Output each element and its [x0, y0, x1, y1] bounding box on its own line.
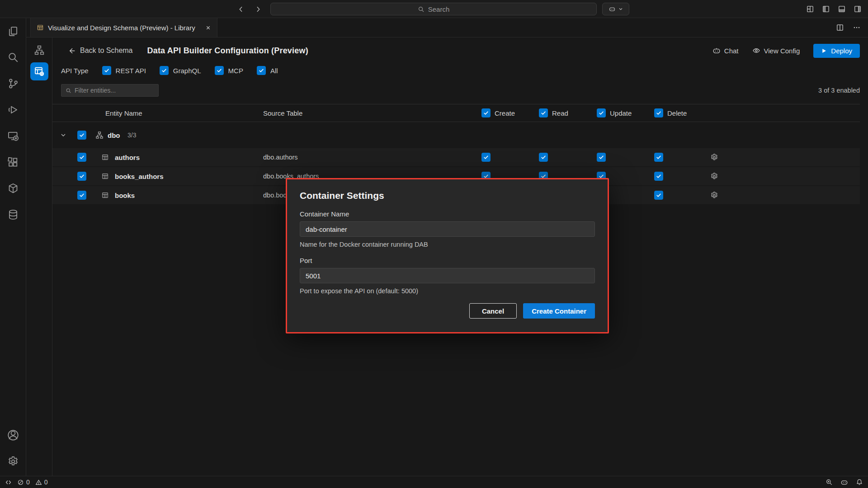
- modal-title: Container Settings: [300, 190, 595, 201]
- dab-configuration-icon[interactable]: [30, 62, 48, 80]
- chat-label: Chat: [724, 47, 739, 55]
- create-checkbox[interactable]: [481, 153, 491, 162]
- all-checkbox[interactable]: [257, 66, 266, 75]
- remote-explorer-icon[interactable]: [2, 125, 24, 147]
- back-to-schema-link[interactable]: Back to Schema: [68, 47, 133, 55]
- filter-entities-field[interactable]: [61, 84, 159, 97]
- row-checkbox[interactable]: [77, 153, 86, 162]
- extensions-icon[interactable]: [2, 151, 24, 173]
- update-all-checkbox[interactable]: [597, 108, 606, 117]
- play-icon: [821, 48, 827, 54]
- column-create: Create: [495, 109, 515, 117]
- status-bar-right: [826, 479, 863, 486]
- delete-checkbox[interactable]: [654, 191, 663, 200]
- settings-gear-icon[interactable]: [2, 450, 24, 472]
- source-control-icon[interactable]: [2, 73, 24, 94]
- copilot-icon: [609, 5, 616, 13]
- api-type-rest-option[interactable]: REST API: [102, 66, 146, 75]
- container-name-help: Name for the Docker container running DA…: [300, 241, 595, 248]
- create-container-button[interactable]: Create Container: [523, 303, 595, 319]
- account-icon[interactable]: [2, 424, 24, 446]
- customize-layout-icon[interactable]: [806, 5, 814, 13]
- group-name: dbo: [108, 131, 120, 139]
- warning-icon: [35, 479, 42, 486]
- arrow-left-icon: [68, 47, 76, 55]
- chat-icon: [712, 47, 721, 55]
- search-placeholder: Search: [428, 5, 450, 13]
- split-editor-icon[interactable]: [836, 23, 844, 32]
- read-checkbox[interactable]: [539, 153, 548, 162]
- api-type-filter-row: API Type REST API GraphQL MCP All: [61, 63, 278, 78]
- api-type-all-option[interactable]: All: [257, 66, 278, 75]
- deploy-button[interactable]: Deploy: [813, 44, 860, 58]
- titlebar: Search: [0, 0, 868, 18]
- api-type-mcp-option[interactable]: MCP: [215, 66, 243, 75]
- delete-checkbox[interactable]: [654, 153, 663, 162]
- all-label: All: [270, 67, 278, 75]
- schema-group-row-dbo[interactable]: dbo 3/3: [52, 126, 860, 145]
- group-dbo-checkbox[interactable]: [77, 131, 86, 140]
- tab-label: Visualize and Design Schema (Preview) - …: [48, 24, 195, 32]
- chevron-down-icon: [618, 6, 623, 12]
- bell-icon[interactable]: [856, 479, 863, 486]
- run-debug-icon[interactable]: [2, 99, 24, 121]
- command-center-search[interactable]: Search: [270, 3, 597, 15]
- delete-all-checkbox[interactable]: [654, 108, 663, 117]
- explorer-icon[interactable]: [2, 20, 24, 42]
- table-icon: [101, 192, 109, 199]
- toggle-panel-icon[interactable]: [838, 5, 846, 13]
- toggle-secondary-sidebar-icon[interactable]: [854, 5, 862, 13]
- database-icon[interactable]: [2, 204, 24, 225]
- problems-warnings[interactable]: 0: [35, 479, 48, 486]
- row-checkbox[interactable]: [77, 191, 86, 200]
- search-icon[interactable]: [2, 47, 24, 68]
- more-actions-icon[interactable]: [853, 23, 861, 32]
- port-help: Port to expose the API on (default: 5000…: [300, 287, 595, 295]
- view-config-button[interactable]: View Config: [752, 47, 800, 55]
- tab-visualize-design-schema[interactable]: Visualize and Design Schema (Preview) - …: [30, 18, 217, 37]
- port-input[interactable]: [300, 268, 595, 283]
- problems-errors[interactable]: 0: [17, 479, 30, 486]
- view-config-label: View Config: [764, 47, 800, 55]
- remote-icon[interactable]: [5, 479, 12, 486]
- source-table: dbo.authors: [263, 154, 298, 161]
- entity-settings-gear-icon[interactable]: [710, 172, 718, 180]
- update-checkbox[interactable]: [597, 153, 606, 162]
- group-count: 3/3: [127, 131, 136, 139]
- port-label: Port: [300, 257, 595, 264]
- column-update: Update: [610, 109, 632, 117]
- entity-settings-gear-icon[interactable]: [710, 191, 718, 199]
- schema-visualize-icon[interactable]: [30, 41, 48, 59]
- chat-button[interactable]: Chat: [712, 47, 739, 55]
- copilot-icon[interactable]: [840, 479, 848, 486]
- chevron-down-icon[interactable]: [60, 131, 67, 139]
- mcp-checkbox[interactable]: [215, 66, 224, 75]
- column-delete: Delete: [667, 109, 687, 117]
- row-checkbox[interactable]: [77, 172, 86, 181]
- status-bar-left: 0 0: [5, 479, 48, 486]
- container-name-input[interactable]: [300, 221, 595, 237]
- search-icon: [418, 6, 425, 13]
- rest-api-label: REST API: [116, 67, 146, 75]
- delete-checkbox[interactable]: [654, 172, 663, 181]
- warning-count: 0: [44, 479, 48, 486]
- rest-api-checkbox[interactable]: [102, 66, 111, 75]
- filter-entities-input[interactable]: [75, 87, 154, 94]
- zoom-icon[interactable]: [826, 479, 833, 486]
- entity-row-authors[interactable]: authors dbo.authors: [52, 148, 860, 166]
- nav-back-icon[interactable]: [237, 5, 245, 13]
- api-type-graphql-option[interactable]: GraphQL: [160, 66, 201, 75]
- read-all-checkbox[interactable]: [539, 108, 548, 117]
- nav-forward-icon[interactable]: [254, 5, 262, 13]
- toggle-sidebar-icon[interactable]: [822, 5, 830, 13]
- entity-settings-gear-icon[interactable]: [710, 153, 718, 161]
- graphql-label: GraphQL: [173, 67, 201, 75]
- create-all-checkbox[interactable]: [481, 108, 491, 117]
- database-projects-icon[interactable]: [2, 178, 24, 199]
- graphql-checkbox[interactable]: [160, 66, 169, 75]
- tab-close-icon[interactable]: [205, 25, 211, 31]
- layout-control-dropdown[interactable]: [602, 3, 629, 15]
- header-actions: Chat View Config Deploy: [712, 44, 860, 58]
- search-icon: [66, 88, 71, 94]
- cancel-button[interactable]: Cancel: [469, 303, 517, 319]
